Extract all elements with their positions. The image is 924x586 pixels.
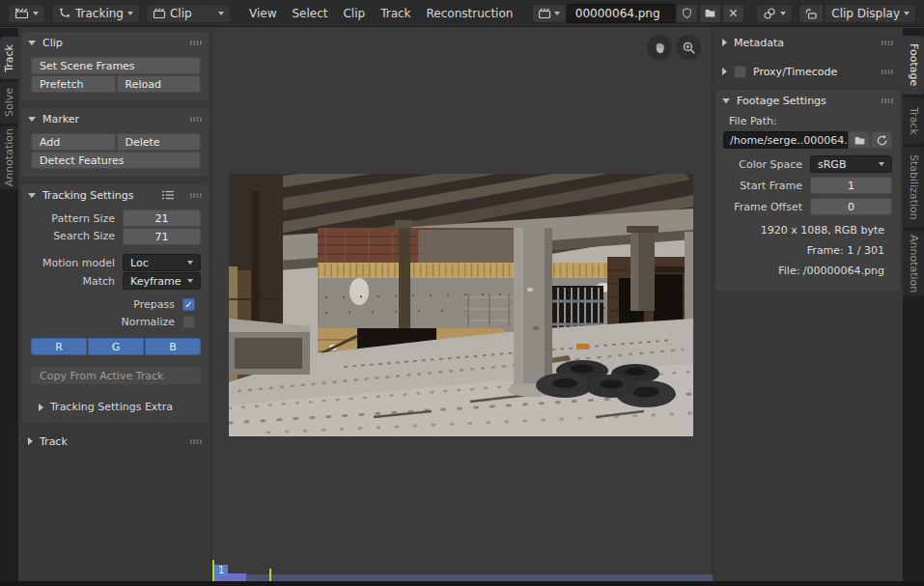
window-bottom-edge xyxy=(0,581,924,586)
color-space-dropdown[interactable]: sRGB xyxy=(810,155,892,173)
editor-type-button[interactable] xyxy=(8,4,45,23)
clip-name-field[interactable]: 00000064.png xyxy=(567,4,675,23)
browse-file-button[interactable] xyxy=(849,131,870,149)
menubar: View Select Clip Track Reconstruction xyxy=(242,4,519,23)
presets-icon[interactable] xyxy=(161,189,175,201)
chevron-down-icon xyxy=(879,162,884,166)
normalize-checkbox[interactable] xyxy=(182,316,195,328)
menu-reconstruction[interactable]: Reconstruction xyxy=(420,4,520,23)
delete-marker-button[interactable]: Delete xyxy=(117,133,202,151)
pan-gizmo[interactable] xyxy=(647,35,672,60)
open-clip-button[interactable] xyxy=(699,4,721,23)
search-size-field[interactable]: 71 xyxy=(123,228,201,245)
unlock-icon xyxy=(804,7,818,20)
metadata-panel: Metadata xyxy=(715,32,900,53)
menu-select[interactable]: Select xyxy=(285,4,334,23)
current-frame-badge: 1 xyxy=(214,565,228,576)
subpanel-title: Tracking Settings Extra xyxy=(50,401,173,413)
clip-browse-button[interactable] xyxy=(532,4,566,23)
channel-b-toggle[interactable]: B xyxy=(145,338,201,355)
menu-view[interactable]: View xyxy=(242,4,283,23)
channel-g-toggle[interactable]: G xyxy=(88,338,144,355)
panel-expanded-icon xyxy=(722,98,730,103)
channel-r-toggle[interactable]: R xyxy=(31,338,87,355)
reload-button[interactable]: Reload xyxy=(117,75,202,93)
set-scene-frames-button[interactable]: Set Scene Frames xyxy=(31,57,201,74)
tracking-settings-header[interactable]: Tracking Settings xyxy=(21,184,209,206)
chevron-down-icon xyxy=(904,12,910,15)
match-label: Match xyxy=(31,275,123,288)
pattern-size-label: Pattern Size xyxy=(31,212,123,225)
file-path-field[interactable]: /home/serge..000064.png xyxy=(723,131,848,149)
panel-expanded-icon xyxy=(28,41,36,45)
tab-track[interactable]: Track xyxy=(0,37,18,79)
frame-offset-field[interactable]: 0 xyxy=(810,198,892,215)
tab-track-right[interactable]: Track xyxy=(903,98,924,144)
chevron-down-icon xyxy=(127,12,133,15)
object-mode-dropdown[interactable]: Tracking xyxy=(51,4,140,23)
drag-handle-icon[interactable] xyxy=(189,117,202,122)
drag-handle-icon[interactable] xyxy=(881,41,893,45)
pattern-size-field[interactable]: 21 xyxy=(123,209,201,227)
drag-handle-icon[interactable] xyxy=(881,98,893,103)
menu-track[interactable]: Track xyxy=(374,4,417,23)
color-space-value: sRGB xyxy=(818,158,846,171)
metadata-panel-header[interactable]: Metadata xyxy=(715,32,900,53)
hand-icon xyxy=(653,41,667,55)
lock-view-button[interactable] xyxy=(798,4,824,23)
folder-icon xyxy=(704,7,716,19)
gizmo-dropdown[interactable] xyxy=(756,4,793,23)
zoom-gizmo[interactable] xyxy=(676,35,701,60)
drag-handle-icon[interactable] xyxy=(189,193,202,198)
toolbar-tabs: Track Solve Annotation xyxy=(0,28,18,586)
panel-title: Marker xyxy=(42,113,79,126)
clip-view-icon xyxy=(153,7,166,20)
tracking-settings-panel: Tracking Settings Pattern Size 21 Search… xyxy=(21,184,209,423)
tracking-mode-icon xyxy=(58,7,71,20)
footage-panel-header[interactable]: Footage Settings xyxy=(715,90,900,111)
unlink-clip-button[interactable] xyxy=(722,4,744,23)
clip-display-dropdown[interactable]: Clip Display xyxy=(825,4,916,23)
marker-panel: Marker Add Delete Detect Features xyxy=(21,108,209,177)
marker-panel-header[interactable]: Marker xyxy=(21,108,209,129)
tab-stabilization[interactable]: Stabilization xyxy=(903,147,924,228)
panel-collapsed-icon xyxy=(722,39,727,46)
footage-settings-panel: Footage Settings File Path: /home/serge.… xyxy=(715,90,900,291)
tab-annotation-left[interactable]: Annotation xyxy=(0,126,18,189)
shield-icon xyxy=(681,7,693,19)
copy-from-active-track-button[interactable]: Copy From Active Track xyxy=(31,367,201,384)
panel-title: Tracking Settings xyxy=(42,189,133,202)
view-type-dropdown[interactable]: Clip xyxy=(146,4,231,23)
file-path-label: File Path: xyxy=(721,113,894,131)
prepass-checkbox[interactable] xyxy=(182,298,195,311)
tab-footage[interactable]: Footage xyxy=(903,36,924,95)
reload-footage-button[interactable] xyxy=(871,131,892,149)
prefetch-button[interactable]: Prefetch xyxy=(31,75,116,93)
proxy-panel-header[interactable]: Proxy/Timecode xyxy=(715,61,900,82)
view-label: Clip xyxy=(170,7,192,20)
tab-annotation-right[interactable]: Annotation xyxy=(903,231,924,296)
clip-display-group: Clip Display xyxy=(798,4,916,23)
menu-clip[interactable]: Clip xyxy=(336,4,372,23)
proxy-checkbox[interactable] xyxy=(734,66,746,78)
motion-model-dropdown[interactable]: Loc xyxy=(123,254,201,271)
clip-panel-header[interactable]: Clip xyxy=(21,32,209,53)
drag-handle-icon[interactable] xyxy=(189,439,202,444)
sidebar-tabs: Footage Track Stabilization Annotation xyxy=(903,28,924,586)
resolution-info: 1920 x 1088, RGB byte xyxy=(721,220,894,240)
track-panel-header[interactable]: Track xyxy=(21,431,209,452)
tab-solve[interactable]: Solve xyxy=(0,82,18,124)
toolbar-region: Clip Set Scene Frames Prefetch Reload Ma… xyxy=(18,28,212,581)
match-dropdown[interactable]: Keyframe xyxy=(123,272,201,290)
clip-viewport[interactable] xyxy=(212,28,712,581)
add-marker-button[interactable]: Add xyxy=(31,133,116,151)
drag-handle-icon[interactable] xyxy=(189,41,202,45)
timeline-cache-bar[interactable] xyxy=(213,574,713,581)
chevron-down-icon xyxy=(218,12,224,15)
drag-handle-icon[interactable] xyxy=(881,70,893,74)
start-frame-field[interactable]: 1 xyxy=(810,177,892,194)
detect-features-button[interactable]: Detect Features xyxy=(31,152,201,169)
tracking-settings-extra-subpanel[interactable]: Tracking Settings Extra xyxy=(31,396,201,415)
panel-title: Proxy/Timecode xyxy=(753,66,837,78)
fake-user-button[interactable] xyxy=(676,4,698,23)
